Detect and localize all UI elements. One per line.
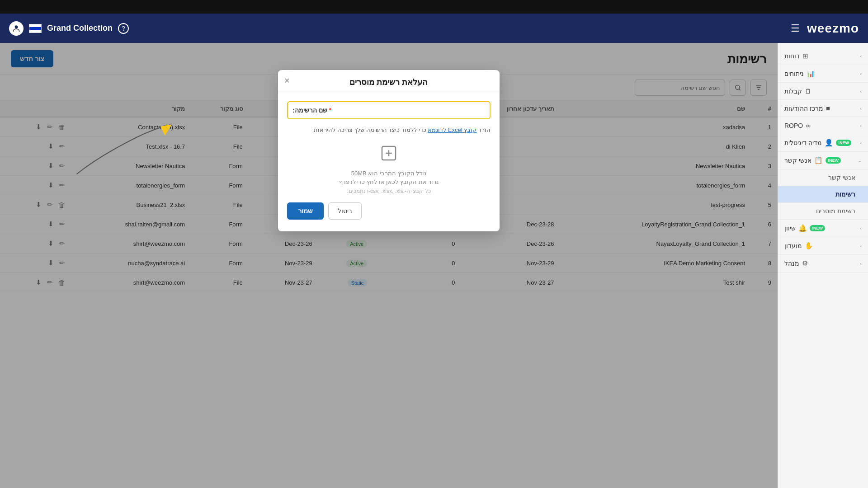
sidebar-item-digital-media[interactable]: › NEW! 👤 מדיה דיגיטלית	[778, 134, 868, 152]
cancel-button[interactable]: ביטול	[328, 202, 362, 220]
chevron-right-icon: ›	[860, 140, 862, 145]
top-bar	[0, 0, 868, 14]
modal-body: * שם הרשימה: הורד קובץ Excel לדוגמא כדי …	[278, 92, 500, 231]
sidebar: › ⊞ דוחות › 📊 ניתוחים › 🗒 קבלות › ■ מ	[778, 43, 868, 488]
content-area: רשימות צור חדש path{stroke:#555;stroke-w…	[0, 43, 778, 488]
list-name-input[interactable]	[336, 105, 485, 116]
modal-title: העלאת רשימת מוסרים	[287, 77, 491, 87]
chevron-right-icon: ›	[860, 89, 862, 94]
sidebar-item-label-invoices: קבלות	[784, 88, 802, 95]
sidebar-item-label-lists: רשימות	[835, 191, 855, 198]
chevron-right-icon: ›	[860, 243, 862, 249]
sidebar-item-label-dm: מדיה דיגיטלית	[784, 139, 822, 146]
sidebar-item-label-nc: מרכז ההודעות	[784, 105, 823, 112]
notification-icon: ■	[826, 104, 830, 112]
chevron-right-icon: ›	[860, 261, 862, 266]
required-star: *	[329, 107, 331, 114]
flag-icon[interactable]	[29, 24, 42, 33]
digital-media-icon: 👤	[825, 139, 833, 147]
svg-point-0	[15, 25, 18, 28]
chevron-right-icon: ›	[860, 225, 862, 231]
arrow-annotation	[63, 102, 190, 185]
save-button[interactable]: שמור	[287, 202, 324, 220]
analytics-icon: 📊	[807, 70, 815, 78]
upload-section[interactable]: גודל הקובץ המרבי הוא 50MB גרור את הקובץ …	[287, 140, 491, 202]
excel-link[interactable]: קובץ Excel לדוגמא	[428, 127, 476, 133]
sidebar-item-label-ropo: ROPO	[784, 122, 803, 129]
main-layout: › ⊞ דוחות › 📊 ניתוחים › 🗒 קבלות › ■ מ	[0, 43, 868, 488]
sidebar-item-ropo[interactable]: › ∞ ROPO	[778, 117, 868, 134]
chevron-right-icon: ›	[860, 123, 862, 128]
sidebar-item-label-loyalty: שיוון	[784, 225, 796, 232]
upload-list-modal: העלאת רשימת מוסרים × * שם הרשימה: הו	[278, 70, 500, 231]
svg-marker-3	[160, 124, 172, 136]
header-right: ☰ weezmo	[791, 21, 859, 36]
workspace-title: Grand Collection	[47, 23, 113, 33]
chevron-right-icon: ›	[860, 71, 862, 76]
new-badge: NEW!	[836, 140, 851, 146]
avatar-icon[interactable]	[9, 21, 24, 36]
manager-icon: ⚙	[802, 259, 808, 267]
sidebar-item-club[interactable]: › ✋ מועדון	[778, 237, 868, 255]
modal-header: העלאת רשימת מוסרים ×	[278, 70, 500, 92]
upload-icon	[287, 144, 491, 166]
sidebar-item-label-manager: מנהל	[784, 260, 799, 267]
weezmo-logo: weezmo	[807, 21, 859, 36]
help-button[interactable]: ?	[118, 23, 129, 34]
chevron-right-icon: ›	[860, 53, 862, 59]
modal-close-button[interactable]: ×	[284, 75, 290, 86]
header: Grand Collection ? ☰ weezmo	[0, 14, 868, 43]
modal-buttons: שמור ביטול	[287, 202, 491, 222]
upload-size-text: גודל הקובץ המרבי הוא 50MB	[287, 170, 491, 177]
invoices-icon: 🗒	[805, 87, 811, 95]
dashboards-icon: ⊞	[802, 52, 808, 60]
sidebar-item-label-suppliers: רשימת מוסרים	[816, 207, 855, 215]
club-icon: ✋	[805, 242, 813, 250]
sidebar-item-notification-center[interactable]: › ■ מרכז ההודעות	[778, 100, 868, 117]
upload-formats: כל קבצי ה-.csv, .xlsx, .xls-ו נתמכים.	[287, 188, 491, 194]
sidebar-item-dashboards[interactable]: › ⊞ דוחות	[778, 47, 868, 65]
sidebar-item-suppliers-list[interactable]: רשימת מוסרים	[778, 203, 868, 220]
sidebar-item-label-dashboards: דוחות	[784, 52, 800, 60]
sidebar-item-manager[interactable]: › ⚙ מנהל	[778, 255, 868, 272]
modal-overlay: העלאת רשימת מוסרים × * שם הרשימה: הו	[0, 43, 778, 488]
sidebar-item-analytics[interactable]: › 📊 ניתוחים	[778, 65, 868, 83]
sidebar-item-lists[interactable]: רשימות	[778, 186, 868, 203]
upload-instruction: גרור את הקובץ לכאן או לחץ כדי לדפדף	[287, 178, 491, 185]
menu-icon[interactable]: ☰	[791, 23, 800, 34]
sidebar-item-label-contacts: אנשי קשר	[784, 157, 811, 164]
header-left: Grand Collection ?	[9, 21, 129, 36]
ropo-icon: ∞	[806, 122, 811, 129]
new-badge: NEW!	[810, 225, 825, 231]
loyalty-icon: 🔔	[798, 224, 807, 232]
sidebar-item-contacts[interactable]: ⌄ NEW! 📋 אנשי קשר	[778, 152, 868, 169]
excel-hint: הורד קובץ Excel לדוגמא כדי ללמוד כיצד הר…	[287, 127, 491, 133]
contacts-icon: 📋	[814, 156, 823, 164]
chevron-right-icon: ›	[860, 106, 862, 111]
sidebar-item-label-contacts-sub: אנשי קשר	[828, 174, 855, 181]
list-name-field-row: * שם הרשימה:	[287, 101, 491, 119]
chevron-down-icon: ⌄	[858, 158, 862, 164]
sidebar-item-loyalty[interactable]: › NEW! 🔔 שיוון	[778, 220, 868, 237]
list-name-label: * שם הרשימה:	[292, 107, 331, 114]
new-badge: NEW!	[826, 157, 841, 164]
sidebar-item-label-club: מועדון	[784, 242, 802, 249]
sidebar-item-contacts-sub[interactable]: אנשי קשר	[778, 169, 868, 186]
sidebar-item-invoices[interactable]: › 🗒 קבלות	[778, 83, 868, 100]
sidebar-item-label-analytics: ניתוחים	[784, 70, 804, 77]
